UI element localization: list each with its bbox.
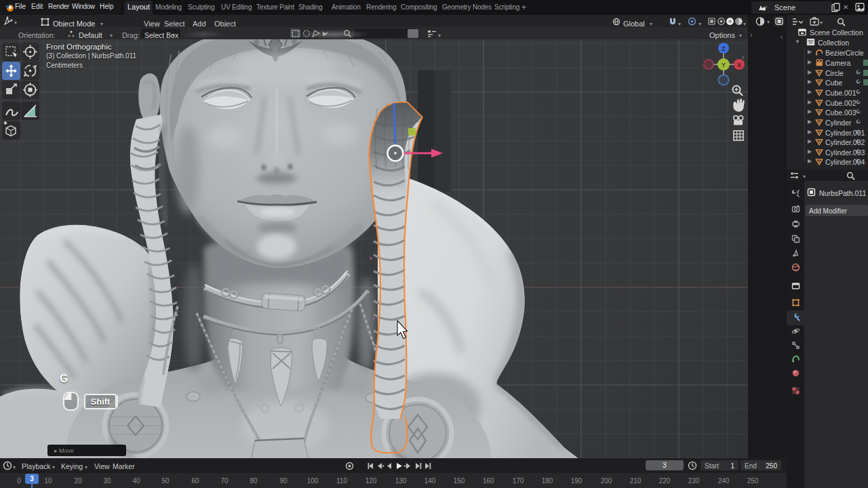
svg-text:Y: Y (722, 62, 726, 68)
svg-text:X: X (737, 62, 741, 68)
svg-text:Z: Z (722, 45, 726, 52)
svg-text:‹: ‹ (742, 53, 745, 61)
